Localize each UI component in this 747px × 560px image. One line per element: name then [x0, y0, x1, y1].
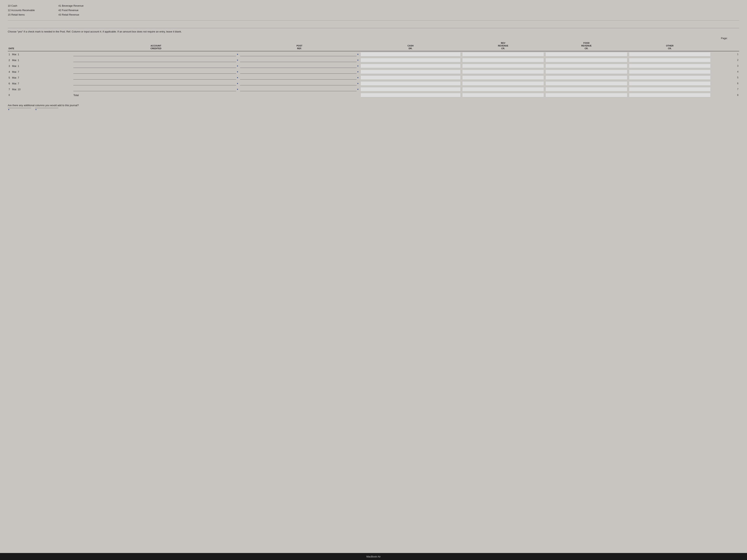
row-6-other[interactable] [628, 80, 712, 86]
row-2-post[interactable]: ▼ [239, 57, 360, 63]
row-1-post-input[interactable] [240, 53, 357, 56]
row-6-cash[interactable] [360, 80, 462, 86]
row-3-other-input[interactable] [629, 64, 711, 68]
row-7-bev-input[interactable] [462, 87, 544, 91]
row-7-food[interactable] [545, 86, 628, 92]
row-2-account[interactable]: ▼ [73, 57, 239, 63]
row-1-bev-input[interactable] [462, 52, 544, 56]
total-food[interactable] [545, 92, 628, 98]
row-1-cash[interactable] [360, 51, 462, 57]
row-7-cash-input[interactable] [360, 87, 461, 91]
row-2-account-arrow[interactable]: ▼ [236, 59, 238, 61]
row-3-account-input[interactable] [73, 64, 236, 68]
row-3-bev[interactable] [461, 63, 545, 69]
row-4-other-input[interactable] [629, 70, 711, 74]
row-6-food[interactable] [545, 80, 628, 86]
row-3-bev-input[interactable] [462, 64, 544, 68]
row-5-cash-input[interactable] [360, 76, 461, 80]
row-1-cash-input[interactable] [360, 52, 461, 56]
row-2-bev[interactable] [461, 57, 545, 63]
additional-dropdown-2[interactable]: ▼ [35, 108, 37, 111]
additional-dropdown-1[interactable]: ▼ [8, 108, 10, 111]
total-cash[interactable] [360, 92, 462, 98]
row-3-cash[interactable] [360, 63, 462, 69]
row-1-food[interactable] [545, 51, 628, 57]
row-3-account[interactable]: ▼ [73, 63, 239, 69]
row-3-post-arrow[interactable]: ▼ [357, 65, 359, 67]
row-5-account-input[interactable] [73, 76, 236, 80]
row-4-cash[interactable] [360, 69, 462, 75]
row-7-food-input[interactable] [545, 87, 627, 91]
row-4-bev[interactable] [461, 69, 545, 75]
row-5-post[interactable]: ▼ [239, 75, 360, 80]
row-5-other[interactable] [628, 75, 712, 80]
row-5-bev[interactable] [461, 75, 545, 80]
row-6-post-arrow[interactable]: ▼ [357, 82, 359, 85]
row-4-other[interactable] [628, 69, 712, 75]
row-7-post[interactable]: ▼ [239, 86, 360, 92]
row-2-account-input[interactable] [73, 58, 236, 62]
row-5-cash[interactable] [360, 75, 462, 80]
row-5-account[interactable]: ▼ [73, 75, 239, 80]
row-7-account-input[interactable] [73, 87, 236, 91]
row-1-post[interactable]: ▼ [239, 51, 360, 57]
row-2-food[interactable] [545, 57, 628, 63]
row-6-post-input[interactable] [240, 82, 357, 85]
row-6-account-input[interactable] [73, 82, 236, 85]
row-6-food-input[interactable] [545, 81, 627, 85]
total-other[interactable] [628, 92, 712, 98]
row-5-food[interactable] [545, 75, 628, 80]
row-4-account[interactable]: ▼ [73, 69, 239, 75]
row-1-account-arrow[interactable]: ▼ [236, 53, 238, 55]
row-2-other-input[interactable] [629, 58, 711, 62]
row-7-account[interactable]: ▼ [73, 86, 239, 92]
row-7-cash[interactable] [360, 86, 462, 92]
row-1-account-input[interactable] [73, 53, 236, 56]
row-3-other[interactable] [628, 63, 712, 69]
total-other-input[interactable] [629, 93, 711, 97]
row-7-post-arrow[interactable]: ▼ [357, 88, 359, 90]
row-7-post-input[interactable] [240, 87, 357, 91]
row-4-account-input[interactable] [73, 70, 236, 74]
row-1-other-input[interactable] [629, 52, 711, 56]
row-3-post-input[interactable] [240, 64, 357, 68]
row-4-bev-input[interactable] [462, 70, 544, 74]
row-5-account-arrow[interactable]: ▼ [236, 77, 238, 79]
row-4-food-input[interactable] [545, 70, 627, 74]
row-2-other[interactable] [628, 57, 712, 63]
row-1-post-arrow[interactable]: ▼ [357, 53, 359, 55]
row-2-bev-input[interactable] [462, 58, 544, 62]
row-2-cash-input[interactable] [360, 58, 461, 62]
row-2-post-input[interactable] [240, 58, 357, 62]
row-5-other-input[interactable] [629, 76, 711, 80]
row-7-other[interactable] [628, 86, 712, 92]
additional-input-2[interactable]: ▼ [35, 108, 58, 111]
row-3-food[interactable] [545, 63, 628, 69]
row-5-bev-input[interactable] [462, 76, 544, 80]
total-food-input[interactable] [545, 93, 627, 97]
additional-input-1[interactable]: ▼ [8, 108, 31, 111]
row-4-post[interactable]: ▼ [239, 69, 360, 75]
row-6-bev[interactable] [461, 80, 545, 86]
row-3-post[interactable]: ▼ [239, 63, 360, 69]
row-4-post-input[interactable] [240, 70, 357, 74]
row-4-cash-input[interactable] [360, 70, 461, 74]
row-4-food[interactable] [545, 69, 628, 75]
row-1-account[interactable]: ▼ [73, 51, 239, 57]
row-1-bev[interactable] [461, 51, 545, 57]
row-4-account-arrow[interactable]: ▼ [236, 71, 238, 73]
row-3-account-arrow[interactable]: ▼ [236, 65, 238, 67]
row-1-other[interactable] [628, 51, 712, 57]
row-6-other-input[interactable] [629, 81, 711, 85]
row-1-food-input[interactable] [545, 52, 627, 56]
total-bev[interactable] [461, 92, 545, 98]
row-5-post-input[interactable] [240, 76, 357, 80]
total-cash-input[interactable] [360, 93, 461, 97]
row-6-account-arrow[interactable]: ▼ [236, 82, 238, 85]
row-3-cash-input[interactable] [360, 64, 461, 68]
row-6-account[interactable]: ▼ [73, 80, 239, 86]
row-6-bev-input[interactable] [462, 81, 544, 85]
additional-arrow-2[interactable]: ▼ [35, 108, 37, 111]
row-5-food-input[interactable] [545, 76, 627, 80]
row-3-food-input[interactable] [545, 64, 627, 68]
